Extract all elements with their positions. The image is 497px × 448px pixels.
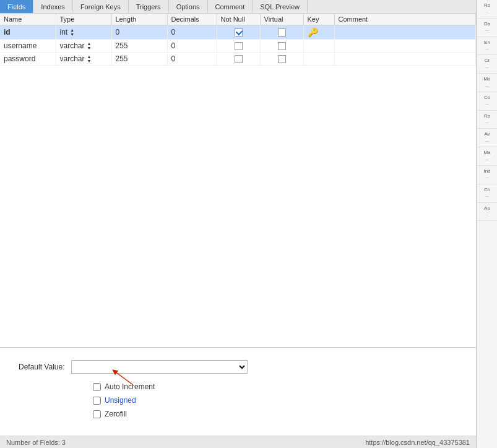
- cell-decimals: 0: [167, 53, 217, 66]
- tab-comment[interactable]: Comment: [208, 0, 253, 13]
- col-header-name: Name: [0, 14, 56, 25]
- cell-decimals: 0: [167, 25, 217, 40]
- cell-length: 255: [111, 40, 167, 53]
- key-icon: 🔑: [308, 27, 318, 37]
- col-header-key: Key: [303, 14, 334, 25]
- default-value-select[interactable]: [71, 360, 248, 374]
- cell-length: 0: [111, 25, 167, 40]
- not-null-checkbox[interactable]: [235, 28, 243, 37]
- col-header-comment: Comment: [334, 14, 476, 25]
- sidebar-item: En--: [477, 37, 497, 56]
- auto-increment-checkbox[interactable]: [93, 383, 101, 391]
- tab-fields[interactable]: Fields: [0, 0, 33, 13]
- fields-count: Number of Fields: 3: [6, 439, 66, 446]
- type-stepper[interactable]: ▲▼: [70, 28, 74, 37]
- cell-virtual[interactable]: [260, 40, 303, 53]
- cell-length: 255: [111, 53, 167, 66]
- sidebar-item: Cr--: [477, 55, 497, 74]
- cell-name: id: [0, 25, 56, 40]
- cell-name: username: [0, 40, 56, 53]
- tab-foreign-keys[interactable]: Foreign Keys: [73, 0, 129, 13]
- col-header-type: Type: [56, 14, 111, 25]
- type-stepper[interactable]: ▲▼: [87, 41, 92, 50]
- auto-increment-label: Auto Increment: [105, 382, 155, 391]
- tab-options[interactable]: Options: [169, 0, 208, 13]
- cell-key: [303, 53, 334, 66]
- fields-table: Name Type Length Decimals Not Null Virtu…: [0, 14, 476, 66]
- col-header-length: Length: [111, 14, 167, 25]
- cell-notnull[interactable]: [217, 40, 260, 53]
- tab-bar: Fields Indexes Foreign Keys Triggers Opt…: [0, 0, 476, 14]
- fields-table-area: Name Type Length Decimals Not Null Virtu…: [0, 14, 476, 347]
- default-value-row: Default Value:: [19, 360, 457, 374]
- cell-type: varchar▲▼: [56, 53, 111, 66]
- sidebar-item: Ma--: [477, 147, 497, 166]
- sidebar-item: Ro--: [477, 0, 497, 19]
- sidebar-item: Av--: [477, 129, 497, 147]
- cell-virtual[interactable]: [260, 25, 303, 40]
- sidebar-item: Ind--: [477, 166, 497, 184]
- cell-decimals: 0: [167, 40, 217, 53]
- tab-sql-preview[interactable]: SQL Preview: [253, 0, 308, 13]
- cell-name: password: [0, 53, 56, 66]
- url-label: https://blog.csdn.net/qq_43375381: [365, 439, 470, 446]
- unsigned-row: Unsigned: [19, 396, 457, 405]
- tab-triggers[interactable]: Triggers: [129, 0, 169, 13]
- cell-notnull[interactable]: [217, 25, 260, 40]
- cell-notnull[interactable]: [217, 53, 260, 66]
- cell-comment: [334, 40, 476, 53]
- cell-key: 🔑: [303, 25, 334, 40]
- tab-indexes[interactable]: Indexes: [33, 0, 73, 13]
- virtual-checkbox[interactable]: [278, 42, 286, 50]
- auto-increment-row: Auto Increment: [19, 382, 457, 391]
- table-row[interactable]: passwordvarchar▲▼2550: [0, 53, 476, 66]
- sidebar-item: Ro--: [477, 111, 497, 129]
- zerofill-row: Zerofill: [19, 410, 457, 418]
- cell-comment: [334, 53, 476, 66]
- unsigned-label: Unsigned: [105, 396, 136, 405]
- bottom-section: Default Value: Auto Increment: [0, 347, 476, 436]
- zerofill-label: Zerofill: [105, 410, 127, 418]
- cell-virtual[interactable]: [260, 53, 303, 66]
- virtual-checkbox[interactable]: [278, 28, 286, 37]
- not-null-checkbox[interactable]: [235, 42, 243, 50]
- col-header-virtual: Virtual: [260, 14, 303, 25]
- default-value-wrapper: [71, 360, 248, 374]
- sidebar-item: Ch--: [477, 184, 497, 203]
- cell-key: [303, 40, 334, 53]
- col-header-notnull: Not Null: [217, 14, 260, 25]
- sidebar-item: Au--: [477, 203, 497, 222]
- zerofill-checkbox[interactable]: [93, 410, 101, 418]
- table-body: idint▲▼00🔑usernamevarchar▲▼2550passwordv…: [0, 25, 476, 66]
- not-null-checkbox[interactable]: [235, 55, 243, 63]
- default-value-label: Default Value:: [19, 363, 65, 371]
- sidebar-item: Co--: [477, 92, 497, 111]
- type-stepper[interactable]: ▲▼: [87, 54, 92, 63]
- table-row[interactable]: usernamevarchar▲▼2550: [0, 40, 476, 53]
- virtual-checkbox[interactable]: [278, 55, 286, 63]
- col-header-decimals: Decimals: [167, 14, 217, 25]
- main-area: Fields Indexes Foreign Keys Triggers Opt…: [0, 0, 477, 448]
- sidebar-item: Mo--: [477, 74, 497, 92]
- cell-type: int▲▼: [56, 25, 111, 40]
- table-row[interactable]: idint▲▼00🔑: [0, 25, 476, 40]
- table-header-row: Name Type Length Decimals Not Null Virtu…: [0, 14, 476, 25]
- status-bar: Number of Fields: 3 https://blog.csdn.ne…: [0, 436, 476, 448]
- cell-comment: [334, 25, 476, 40]
- sidebar-item: Da--: [477, 19, 497, 37]
- right-sidebar: Ro--Da--En--Cr--Mo--Co--Ro--Av--Ma--Ind-…: [477, 0, 497, 448]
- unsigned-checkbox[interactable]: [93, 397, 101, 405]
- cell-type: varchar▲▼: [56, 40, 111, 53]
